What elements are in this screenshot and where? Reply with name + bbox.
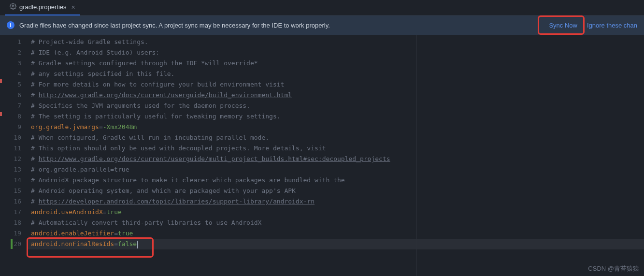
watermark-text: CSDN @青苔猿猿 — [588, 264, 639, 273]
code-line[interactable]: # any settings specified in this file. — [27, 69, 644, 79]
line-number: 1 — [0, 37, 27, 47]
line-number: 5 — [0, 79, 27, 90]
line-number: 11 — [0, 143, 27, 154]
file-tab[interactable]: gradle.properties × — [5, 0, 80, 15]
gear-icon — [10, 3, 16, 11]
change-marker — [11, 239, 13, 249]
code-line[interactable]: # When configured, Gradle will run in in… — [27, 132, 644, 143]
code-line[interactable]: # This option should only be used with d… — [27, 143, 644, 154]
code-line[interactable]: # https://developer.android.com/topic/li… — [27, 196, 644, 207]
line-number: 19 — [0, 228, 27, 239]
sync-notification-bar: i Gradle files have changed since last p… — [0, 15, 644, 35]
code-line[interactable]: android.nonFinalResIds=false — [27, 239, 644, 249]
code-line[interactable]: # Gradle settings configured through the… — [27, 58, 644, 69]
code-line[interactable]: # Specifies the JVM arguments used for t… — [27, 101, 644, 111]
line-number: 4 — [0, 69, 27, 79]
line-number: 10 — [0, 132, 27, 143]
editor-area: 1234567891011121314151617181920 # Projec… — [0, 35, 644, 276]
url-link[interactable]: https://developer.android.com/topic/libr… — [39, 198, 315, 205]
code-line[interactable]: android.useAndroidX=true — [27, 207, 644, 218]
line-number: 12 — [0, 154, 27, 164]
text-cursor — [137, 241, 138, 248]
line-number: 13 — [0, 164, 27, 175]
line-number: 6 — [0, 90, 27, 101]
notification-actions: Sync Now Ignore these chan — [549, 22, 637, 29]
line-number: 8 — [0, 111, 27, 122]
code-line[interactable]: # Android operating system, and which ar… — [27, 186, 644, 196]
code-line[interactable]: # Automatically convert third-party libr… — [27, 218, 644, 228]
info-icon: i — [7, 21, 14, 29]
line-number: 20 — [0, 239, 27, 249]
right-margin-guide — [416, 35, 417, 276]
tab-bar: gradle.properties × — [0, 0, 644, 15]
code-line[interactable]: # IDE (e.g. Android Studio) users: — [27, 47, 644, 58]
code-line[interactable]: # http://www.gradle.org/docs/current/use… — [27, 154, 644, 164]
line-number: 7 — [0, 101, 27, 111]
code-line[interactable]: # AndroidX package structure to make it … — [27, 175, 644, 186]
line-number: 9 — [0, 122, 27, 132]
line-number: 2 — [0, 47, 27, 58]
url-link[interactable]: http://www.gradle.org/docs/current/userg… — [39, 91, 292, 99]
line-number: 17 — [0, 207, 27, 218]
error-stripe-mark — [0, 112, 2, 116]
sync-now-link[interactable]: Sync Now — [549, 22, 577, 29]
notification-message: Gradle files have changed since last pro… — [19, 22, 330, 29]
line-number: 3 — [0, 58, 27, 69]
ignore-changes-link[interactable]: Ignore these chan — [587, 22, 637, 29]
code-line[interactable]: org.gradle.jvmargs=-Xmx2048m — [27, 122, 644, 132]
line-number: 14 — [0, 175, 27, 186]
code-line[interactable]: # For more details on how to configure y… — [27, 79, 644, 90]
error-stripe-mark — [0, 79, 2, 83]
code-line[interactable]: # http://www.gradle.org/docs/current/use… — [27, 90, 644, 101]
code-content[interactable]: # Project-wide Gradle settings.# IDE (e.… — [27, 35, 644, 276]
tab-filename: gradle.properties — [19, 3, 67, 11]
line-number: 16 — [0, 196, 27, 207]
code-line[interactable]: # org.gradle.parallel=true — [27, 164, 644, 175]
line-number: 15 — [0, 186, 27, 196]
line-number-gutter: 1234567891011121314151617181920 — [0, 35, 27, 276]
close-tab-icon[interactable]: × — [72, 3, 75, 11]
code-line[interactable]: # Project-wide Gradle settings. — [27, 37, 644, 47]
svg-point-0 — [12, 5, 14, 7]
url-link[interactable]: http://www.gradle.org/docs/current/userg… — [39, 155, 390, 162]
code-line[interactable]: # The setting is particularly useful for… — [27, 111, 644, 122]
code-line[interactable]: android.enableJetifier=true — [27, 228, 644, 239]
line-number: 18 — [0, 218, 27, 228]
